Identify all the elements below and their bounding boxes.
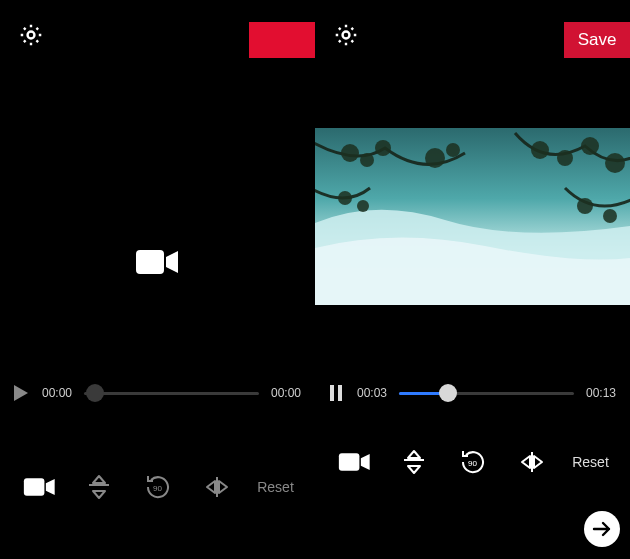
time-total: 00:13 bbox=[584, 386, 618, 400]
svg-point-16 bbox=[357, 200, 369, 212]
video-preview[interactable] bbox=[315, 128, 630, 305]
arrow-right-icon[interactable] bbox=[584, 511, 620, 547]
svg-text:90: 90 bbox=[468, 459, 477, 468]
editor-pane-loaded: Save bbox=[315, 0, 630, 559]
seek-track[interactable] bbox=[399, 392, 574, 395]
timeline: 00:00 00:00 bbox=[0, 373, 315, 413]
time-current: 00:03 bbox=[355, 386, 389, 400]
topbar: Save bbox=[315, 0, 630, 64]
pause-icon[interactable] bbox=[327, 385, 345, 401]
save-button[interactable]: Save bbox=[564, 22, 630, 58]
svg-point-10 bbox=[446, 143, 460, 157]
seek-thumb[interactable] bbox=[439, 384, 457, 402]
gear-icon[interactable] bbox=[18, 22, 44, 48]
camera-icon[interactable] bbox=[335, 442, 375, 482]
svg-point-9 bbox=[425, 148, 445, 168]
svg-rect-21 bbox=[338, 453, 359, 471]
svg-point-4 bbox=[343, 32, 350, 39]
flip-vertical-icon[interactable] bbox=[79, 467, 119, 507]
svg-point-8 bbox=[375, 140, 391, 156]
flip-horizontal-icon[interactable] bbox=[197, 467, 237, 507]
editor-pane-empty: Save 00:00 00:00 bbox=[0, 0, 315, 559]
svg-point-18 bbox=[603, 209, 617, 223]
rotate-90-icon[interactable]: 90 bbox=[138, 467, 178, 507]
save-label: Save bbox=[578, 30, 617, 50]
save-button[interactable]: Save bbox=[249, 22, 315, 58]
play-icon[interactable] bbox=[12, 384, 30, 402]
time-total: 00:00 bbox=[269, 386, 303, 400]
svg-point-11 bbox=[531, 141, 549, 159]
svg-point-12 bbox=[557, 150, 573, 166]
svg-rect-2 bbox=[23, 478, 44, 496]
flip-vertical-icon[interactable] bbox=[394, 442, 434, 482]
camera-icon[interactable] bbox=[136, 247, 180, 277]
svg-rect-19 bbox=[330, 385, 334, 401]
time-current: 00:00 bbox=[40, 386, 74, 400]
svg-text:90: 90 bbox=[153, 484, 162, 493]
svg-point-15 bbox=[338, 191, 352, 205]
timeline: 00:03 00:13 bbox=[315, 373, 630, 413]
svg-point-17 bbox=[577, 198, 593, 214]
seek-thumb[interactable] bbox=[86, 384, 104, 402]
svg-rect-1 bbox=[136, 250, 164, 274]
gear-icon[interactable] bbox=[333, 22, 359, 48]
tool-row: 90 Reset bbox=[0, 465, 315, 509]
camera-icon[interactable] bbox=[20, 467, 60, 507]
svg-point-0 bbox=[28, 32, 35, 39]
svg-point-7 bbox=[360, 153, 374, 167]
rotate-90-icon[interactable]: 90 bbox=[453, 442, 493, 482]
svg-point-13 bbox=[581, 137, 599, 155]
tool-row: 90 Reset bbox=[315, 440, 630, 484]
reset-button[interactable]: Reset bbox=[571, 454, 611, 470]
seek-track[interactable] bbox=[84, 392, 259, 395]
svg-rect-20 bbox=[338, 385, 342, 401]
svg-point-14 bbox=[605, 153, 625, 173]
reset-button[interactable]: Reset bbox=[256, 479, 296, 495]
flip-horizontal-icon[interactable] bbox=[512, 442, 552, 482]
svg-point-6 bbox=[341, 144, 359, 162]
topbar: Save bbox=[0, 0, 315, 64]
